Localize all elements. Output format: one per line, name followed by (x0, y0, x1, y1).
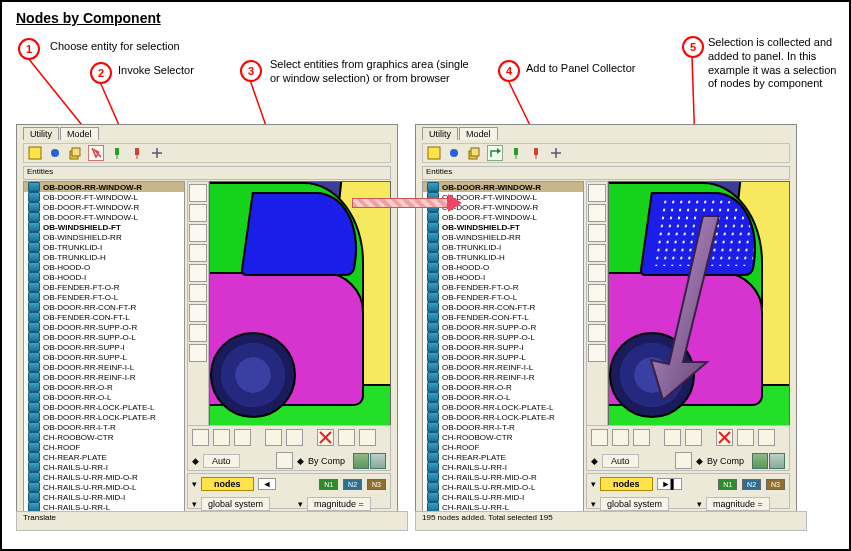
pin-red-icon[interactable] (130, 146, 144, 160)
g-pick-icon-r[interactable] (588, 204, 606, 222)
tree-item[interactable]: OB-DOOR-RR-SUPP-L (423, 352, 583, 362)
invoke-selector-icon[interactable] (88, 145, 104, 161)
tree-left[interactable]: OB-DOOR-RR-WINDOW-ROB-DOOR-FT-WINDOW-LOB… (23, 181, 185, 513)
tree-item[interactable]: OB-FENDER-FT-O-R (423, 282, 583, 292)
tree-item[interactable]: OB-DOOR-FT-WINDOW-R (24, 202, 184, 212)
tree-item[interactable]: OB-WINDSHIELD-RR (24, 232, 184, 242)
g-globe-icon[interactable] (189, 184, 207, 202)
tree-item[interactable]: CH-REAR-PLATE (24, 452, 184, 462)
tree-item[interactable]: CH-RAILS-U-RR-MID-O-L (423, 482, 583, 492)
sel-nodes-icon[interactable] (48, 146, 62, 160)
c-box-icon-r[interactable] (612, 429, 629, 446)
g-pan-icon-r[interactable] (588, 244, 606, 262)
c-delete-icon-r[interactable] (716, 429, 733, 446)
n2-badge[interactable]: N2 (343, 479, 362, 490)
sel-entities-icon[interactable] (28, 146, 42, 160)
mode-chevron-icon[interactable]: ◆ (192, 456, 199, 466)
tree-item[interactable]: OB-DOOR-RR-I-T-R (423, 422, 583, 432)
magnitude-field[interactable]: magnitude = (307, 497, 371, 511)
tree-item[interactable]: OB-DOOR-RR-CON-FT-R (24, 302, 184, 312)
render-mode-icon[interactable] (353, 453, 369, 469)
c-hand-icon-r[interactable] (633, 429, 650, 446)
tree-item[interactable]: CH-RAILS-U-RR-MID-I (24, 492, 184, 502)
magnitude-field-r[interactable]: magnitude = (706, 497, 770, 511)
tab-utility[interactable]: Utility (23, 127, 59, 140)
tree-item[interactable]: OB-DOOR-FT-WINDOW-L (423, 212, 583, 222)
g-view-icon-r[interactable] (588, 344, 606, 362)
n3-badge[interactable]: N3 (367, 479, 386, 490)
tree-item[interactable]: OB-FENDER-CON-FT-L (423, 312, 583, 322)
tree-item[interactable]: OB-DOOR-RR-WINDOW-R (423, 182, 583, 192)
render-mesh-icon-r[interactable] (769, 453, 785, 469)
tree-item[interactable]: OB-DOOR-RR-SUPP-O-R (24, 322, 184, 332)
dd-icon-r[interactable]: ▾ (591, 479, 596, 489)
tree-item[interactable]: OB-HOOD-I (24, 272, 184, 282)
tree-item[interactable]: OB-DOOR-RR-REINF-I-R (423, 372, 583, 382)
tree-item[interactable]: OB-HOOD-O (423, 262, 583, 272)
tree-item[interactable]: CH-RAILS-U-RR-I (423, 462, 583, 472)
tab-utility-r[interactable]: Utility (422, 127, 458, 140)
tree-item[interactable]: OB-TRUNKLID-I (423, 242, 583, 252)
c-copy-icon-r[interactable] (685, 429, 702, 446)
tree-item[interactable]: OB-DOOR-RR-O-L (423, 392, 583, 402)
g-abc-icon[interactable] (189, 304, 207, 322)
dd-icon[interactable]: ▾ (192, 479, 197, 489)
tree-item[interactable]: OB-TRUNKLID-H (423, 252, 583, 262)
tree-item[interactable]: OB-DOOR-RR-CON-FT-R (423, 302, 583, 312)
chevron-icon-r[interactable]: ◆ (696, 456, 703, 466)
g-rotate-icon-r[interactable] (588, 264, 606, 282)
c-folder-icon[interactable] (192, 429, 209, 446)
pin-green-icon-r[interactable] (509, 146, 523, 160)
tree-item[interactable]: CH-RAILS-U-RR-I (24, 462, 184, 472)
render-mode-icon-r[interactable] (752, 453, 768, 469)
tree-item[interactable]: OB-DOOR-RR-SUPP-I (24, 342, 184, 352)
tree-item[interactable]: CH-ROOBOW-CTR (423, 432, 583, 442)
c-cubes-icon[interactable] (359, 429, 376, 446)
tree-item[interactable]: CH-REAR-PLATE (423, 452, 583, 462)
playback-prev-icon[interactable]: ◄ (258, 478, 277, 490)
tree-item[interactable]: OB-DOOR-RR-SUPP-O-R (423, 322, 583, 332)
tree-item[interactable]: OB-DOOR-RR-I-T-R (24, 422, 184, 432)
dd3-icon[interactable]: ▾ (298, 499, 303, 509)
g-rotate-icon[interactable] (189, 264, 207, 282)
c-cursor-icon-r[interactable] (664, 429, 681, 446)
tree-item[interactable]: CH-RAILS-U-RR-MID-I (423, 492, 583, 502)
tree-item[interactable]: OB-DOOR-RR-SUPP-I (423, 342, 583, 352)
tree-item[interactable]: OB-DOOR-RR-LOCK-PLATE-L (423, 402, 583, 412)
auto-mode[interactable]: Auto (203, 454, 240, 468)
tree-right[interactable]: OB-DOOR-RR-WINDOW-ROB-DOOR-FT-WINDOW-LOB… (422, 181, 584, 513)
tree-item[interactable]: OB-FENDER-CON-FT-L (24, 312, 184, 322)
tree-item[interactable]: OB-DOOR-RR-O-L (24, 392, 184, 402)
tree-item[interactable]: OB-TRUNKLID-H (24, 252, 184, 262)
dd2-icon[interactable]: ▾ (192, 499, 197, 509)
add-to-collector-icon[interactable] (487, 145, 503, 161)
c-hand-icon[interactable] (234, 429, 251, 446)
tree-item[interactable]: OB-HOOD-O (24, 262, 184, 272)
c-box-icon[interactable] (213, 429, 230, 446)
tree-item[interactable]: CH-ROOBOW-CTR (24, 432, 184, 442)
g-zoom-icon[interactable] (189, 224, 207, 242)
tree-item[interactable]: OB-WINDSHIELD-FT (423, 222, 583, 232)
tree-item[interactable]: CH-ROOF (423, 442, 583, 452)
g-zoom-icon-r[interactable] (588, 224, 606, 242)
auto-mode-r[interactable]: Auto (602, 454, 639, 468)
tree-item[interactable]: OB-FENDER-FT-O-L (423, 292, 583, 302)
bycomp-label-r[interactable]: By Comp (707, 456, 744, 466)
collapse-icon[interactable] (150, 146, 164, 160)
tree-item[interactable]: CH-RAILS-U-RR-MID-O-R (24, 472, 184, 482)
tab-model-r[interactable]: Model (459, 127, 498, 140)
graphics-left[interactable] (209, 181, 391, 427)
c-cubes-icon-r[interactable] (758, 429, 775, 446)
c-cursor-icon[interactable] (265, 429, 282, 446)
tree-item[interactable]: OB-FENDER-FT-O-R (24, 282, 184, 292)
tab-model[interactable]: Model (60, 127, 99, 140)
tree-item[interactable]: OB-DOOR-RR-O-R (24, 382, 184, 392)
tree-item[interactable]: CH-RAILS-U-RR-MID-O-R (423, 472, 583, 482)
n1-badge[interactable]: N1 (319, 479, 338, 490)
render-mesh-icon[interactable] (370, 453, 386, 469)
c-sets-icon-r[interactable] (737, 429, 754, 446)
tree-item[interactable]: OB-DOOR-FT-WINDOW-L (24, 212, 184, 222)
g-pick-icon[interactable] (189, 204, 207, 222)
tree-item[interactable]: OB-DOOR-RR-O-R (423, 382, 583, 392)
tree-item[interactable]: OB-HOOD-I (423, 272, 583, 282)
